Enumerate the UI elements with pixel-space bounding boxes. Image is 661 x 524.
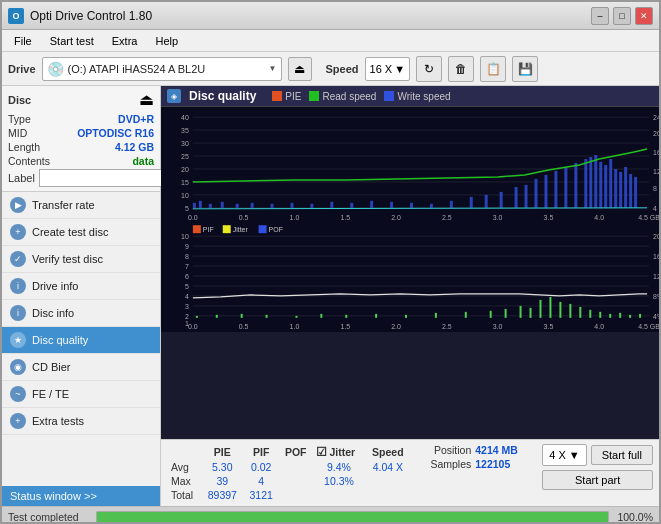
close-button[interactable]: ✕ bbox=[635, 7, 653, 25]
jitter-checkbox[interactable]: ☑Jitter bbox=[312, 444, 365, 460]
svg-text:4%: 4% bbox=[653, 313, 659, 320]
pif-header: PIF bbox=[243, 444, 279, 460]
sidebar: Disc ⏏ Type DVD+R MID OPTODISC R16 Lengt… bbox=[2, 86, 161, 506]
sidebar-item-drive-info[interactable]: i Drive info bbox=[2, 273, 160, 300]
sidebar-item-create-test-disc[interactable]: + Create test disc bbox=[2, 219, 160, 246]
svg-rect-60 bbox=[594, 155, 597, 208]
svg-text:12 X: 12 X bbox=[653, 168, 659, 175]
stats-table: PIE PIF POF ☑Jitter Speed Avg 5.30 0.02 … bbox=[167, 444, 410, 502]
svg-text:3.5: 3.5 bbox=[544, 323, 554, 330]
svg-rect-33 bbox=[199, 201, 202, 208]
svg-text:2.0: 2.0 bbox=[391, 214, 401, 221]
svg-rect-126 bbox=[559, 302, 561, 318]
chart-title-icon: ◈ bbox=[167, 89, 181, 103]
maximize-button[interactable]: □ bbox=[613, 7, 631, 25]
svg-text:0.0: 0.0 bbox=[188, 323, 198, 330]
svg-text:3.0: 3.0 bbox=[493, 214, 503, 221]
bottom-chart: PIF Jitter POF 10 9 8 7 6 bbox=[161, 222, 659, 332]
disc-quality-icon: ★ bbox=[10, 332, 26, 348]
refresh-button[interactable]: ↻ bbox=[416, 56, 442, 82]
sidebar-item-extra-tests[interactable]: + Extra tests bbox=[2, 408, 160, 435]
svg-rect-69 bbox=[193, 225, 201, 233]
drive-selector[interactable]: 💿 (O:) ATAPI iHAS524 A BL2U ▼ bbox=[42, 57, 282, 81]
menu-start-test[interactable]: Start test bbox=[42, 33, 102, 49]
svg-text:20: 20 bbox=[181, 166, 189, 173]
svg-rect-71 bbox=[223, 225, 231, 233]
svg-text:8%: 8% bbox=[653, 293, 659, 300]
svg-rect-61 bbox=[599, 162, 602, 208]
avg-pif: 0.02 bbox=[243, 460, 279, 474]
start-part-button[interactable]: Start part bbox=[542, 470, 653, 490]
svg-rect-38 bbox=[271, 204, 274, 208]
read-speed-legend-color bbox=[309, 91, 319, 101]
avg-jitter: 9.4% bbox=[312, 460, 365, 474]
disc-label-input[interactable] bbox=[39, 169, 172, 187]
transfer-rate-icon: ▶ bbox=[10, 197, 26, 213]
speed-selector[interactable]: 16 X ▼ bbox=[365, 57, 411, 81]
max-pof bbox=[279, 474, 313, 488]
disc-panel: Disc ⏏ Type DVD+R MID OPTODISC R16 Lengt… bbox=[2, 86, 160, 192]
sidebar-item-verify-test-disc[interactable]: ✓ Verify test disc bbox=[2, 246, 160, 273]
sidebar-item-label: Drive info bbox=[32, 280, 78, 292]
drive-label: Drive bbox=[8, 63, 36, 75]
svg-rect-59 bbox=[589, 157, 592, 208]
disc-eject-icon[interactable]: ⏏ bbox=[139, 90, 154, 109]
svg-rect-127 bbox=[569, 304, 571, 318]
action-buttons: 4 X ▼ Start full Start part bbox=[542, 444, 653, 490]
svg-rect-114 bbox=[320, 314, 322, 318]
svg-text:20%: 20% bbox=[653, 233, 659, 240]
svg-text:25: 25 bbox=[181, 153, 189, 160]
verify-test-disc-icon: ✓ bbox=[10, 251, 26, 267]
svg-rect-123 bbox=[530, 308, 532, 318]
copy-button[interactable]: 📋 bbox=[480, 56, 506, 82]
sidebar-item-cd-bier[interactable]: ◉ CD Bier bbox=[2, 354, 160, 381]
sidebar-item-transfer-rate[interactable]: ▶ Transfer rate bbox=[2, 192, 160, 219]
svg-rect-128 bbox=[579, 307, 581, 318]
svg-text:6: 6 bbox=[185, 273, 189, 280]
save-button[interactable]: 💾 bbox=[512, 56, 538, 82]
status-window-button[interactable]: Status window >> bbox=[2, 486, 160, 506]
eject-button[interactable]: ⏏ bbox=[288, 57, 312, 81]
write-speed-legend-label: Write speed bbox=[397, 91, 450, 102]
svg-rect-115 bbox=[345, 315, 347, 318]
sidebar-item-disc-quality[interactable]: ★ Disc quality bbox=[2, 327, 160, 354]
svg-text:2.0: 2.0 bbox=[391, 323, 401, 330]
minimize-button[interactable]: – bbox=[591, 7, 609, 25]
sidebar-item-label: Disc info bbox=[32, 307, 74, 319]
disc-length-label: Length bbox=[8, 141, 40, 153]
erase-button[interactable]: 🗑 bbox=[448, 56, 474, 82]
svg-rect-54 bbox=[544, 175, 547, 208]
start-full-button[interactable]: Start full bbox=[591, 445, 653, 465]
create-test-disc-icon: + bbox=[10, 224, 26, 240]
svg-rect-118 bbox=[435, 313, 437, 318]
samples-label: Samples bbox=[416, 458, 471, 470]
svg-text:7: 7 bbox=[185, 263, 189, 270]
total-row-label: Total bbox=[167, 488, 201, 502]
chart-legend: PIE Read speed Write speed bbox=[272, 91, 450, 102]
progress-percent: 100.0% bbox=[617, 511, 653, 523]
svg-rect-40 bbox=[310, 204, 313, 208]
svg-text:4.0: 4.0 bbox=[594, 214, 604, 221]
menu-file[interactable]: File bbox=[6, 33, 40, 49]
avg-pie: 5.30 bbox=[201, 460, 243, 474]
stat-speed-selector[interactable]: 4 X ▼ bbox=[542, 444, 586, 466]
svg-rect-58 bbox=[584, 159, 587, 208]
menu-extra[interactable]: Extra bbox=[104, 33, 146, 49]
total-speed bbox=[365, 488, 410, 502]
svg-rect-63 bbox=[609, 159, 612, 208]
svg-rect-34 bbox=[209, 204, 212, 208]
svg-text:24 X: 24 X bbox=[653, 114, 659, 121]
extra-tests-icon: + bbox=[10, 413, 26, 429]
stat-speed-value: 4 X bbox=[549, 449, 566, 461]
sidebar-item-fe-te[interactable]: ~ FE / TE bbox=[2, 381, 160, 408]
disc-info-icon: i bbox=[10, 305, 26, 321]
disc-mid-label: MID bbox=[8, 127, 27, 139]
svg-text:PIF: PIF bbox=[203, 226, 214, 233]
write-speed-legend-color bbox=[384, 91, 394, 101]
right-content: ◈ Disc quality PIE Read speed Write spee… bbox=[161, 86, 659, 506]
sidebar-item-disc-info[interactable]: i Disc info bbox=[2, 300, 160, 327]
svg-text:0.5: 0.5 bbox=[239, 214, 249, 221]
menu-help[interactable]: Help bbox=[147, 33, 186, 49]
svg-rect-39 bbox=[290, 203, 293, 208]
max-speed bbox=[365, 474, 410, 488]
